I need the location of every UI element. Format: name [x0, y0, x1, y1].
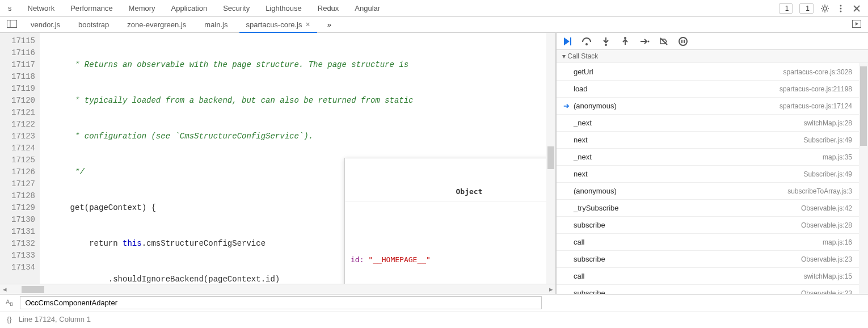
callstack-frame[interactable]: callmap.js:16: [557, 234, 859, 251]
frame-function: (anonymous): [574, 102, 779, 110]
frame-location: Observable.js:42: [801, 204, 852, 212]
search-bar: AB: [0, 294, 868, 311]
frame-location: map.js:35: [823, 153, 852, 161]
panel-tab-security[interactable]: Security: [215, 1, 258, 16]
editor-horizontal-scrollbar[interactable]: ◂ ▸: [0, 284, 555, 294]
sidebar-vertical-scrollbar[interactable]: [859, 63, 868, 294]
current-frame-icon: ➔: [563, 102, 574, 110]
callstack-frame[interactable]: subscribeObservable.js:28: [557, 217, 859, 234]
messages-badge[interactable]: 1: [799, 3, 814, 14]
frame-function: next: [574, 136, 804, 144]
kebab-icon[interactable]: [836, 4, 845, 13]
debugger-toolbar: [557, 33, 868, 50]
gear-icon[interactable]: [820, 4, 829, 13]
step-out-icon[interactable]: [620, 36, 630, 47]
svg-point-2: [840, 5, 842, 6]
deactivate-breakpoints-icon[interactable]: [659, 36, 669, 47]
frame-function: next: [574, 170, 804, 178]
svg-rect-5: [7, 20, 17, 28]
search-input[interactable]: [20, 296, 542, 309]
callstack-frame[interactable]: subscribeObservable.js:23: [557, 285, 859, 294]
code-content[interactable]: * Returns an observable with the page st…: [40, 33, 546, 284]
panel-tab-network[interactable]: Network: [20, 1, 63, 16]
panel-tab-performance[interactable]: Performance: [62, 1, 120, 16]
frame-location: Observable.js:23: [801, 255, 852, 263]
file-tab-spartacus-core[interactable]: spartacus-core.js×: [239, 17, 317, 33]
frame-location: map.js:16: [823, 238, 852, 246]
step-into-icon[interactable]: [601, 36, 611, 47]
frame-function: subscribe: [574, 255, 801, 263]
svg-point-4: [840, 10, 842, 12]
value-tooltip[interactable]: Object id: "__HOMEPAGE__" type: "Content…: [344, 158, 546, 284]
svg-rect-14: [681, 40, 682, 43]
callstack-frame[interactable]: nextSubscriber.js:49: [557, 166, 859, 183]
callstack-frame[interactable]: subscribeObservable.js:23: [557, 251, 859, 268]
svg-rect-8: [570, 37, 571, 45]
callstack-frame[interactable]: ➔(anonymous)spartacus-core.js:17124: [557, 98, 859, 115]
frame-location: subscribeToArray.js:3: [787, 187, 852, 195]
frame-location: switchMap.js:28: [804, 119, 852, 127]
search-mode-icon[interactable]: AB: [6, 298, 13, 307]
frame-location: Observable.js:23: [801, 289, 852, 295]
callstack-frame[interactable]: nextSubscriber.js:49: [557, 132, 859, 149]
close-icon[interactable]: [852, 4, 861, 13]
resume-icon[interactable]: [562, 36, 572, 47]
callstack-frame[interactable]: _trySubscribeObservable.js:42: [557, 200, 859, 217]
panel-tab-angular[interactable]: Angular: [347, 1, 388, 16]
frame-location: spartacus-core.js:3028: [783, 68, 852, 76]
svg-point-3: [840, 7, 842, 9]
line-number-gutter: 1711517116171171711817119171201712117122…: [0, 33, 40, 284]
devtools-top-tabs: s Network Performance Memory Application…: [0, 0, 868, 17]
scroll-right-icon[interactable]: ▸: [546, 285, 555, 293]
frame-location: Subscriber.js:49: [804, 170, 852, 178]
frame-function: _next: [574, 119, 804, 127]
tooltip-key-id: id:: [351, 255, 368, 264]
frame-location: spartacus-core.js:21198: [779, 85, 852, 93]
braces-icon[interactable]: {}: [7, 315, 12, 323]
status-bar: {} Line 17124, Column 1: [0, 311, 868, 327]
svg-rect-15: [684, 40, 685, 43]
toggle-navigator-icon[interactable]: [5, 18, 19, 32]
file-tabs-bar: vendor.js bootstrap zone-evergreen.js ma…: [0, 17, 868, 33]
callstack-frame[interactable]: (anonymous)subscribeToArray.js:3: [557, 183, 859, 200]
warnings-badge[interactable]: 1: [779, 3, 793, 14]
editor-vertical-scrollbar[interactable]: [546, 33, 555, 284]
frame-function: _trySubscribe: [574, 204, 801, 212]
panel-tab-application[interactable]: Application: [163, 1, 216, 16]
callstack-header[interactable]: ▾ Call Stack: [557, 50, 868, 63]
callstack-frame[interactable]: getUrlspartacus-core.js:3028: [557, 64, 859, 81]
pause-exceptions-icon[interactable]: [678, 36, 688, 47]
panel-tab-redux[interactable]: Redux: [310, 1, 347, 16]
callstack-frame[interactable]: _nextmap.js:35: [557, 149, 859, 166]
panel-tab-lighthouse[interactable]: Lighthouse: [258, 1, 310, 16]
close-tab-icon[interactable]: ×: [305, 20, 310, 29]
frame-location: Subscriber.js:49: [804, 136, 852, 144]
svg-point-11: [624, 37, 626, 39]
file-tab-main[interactable]: main.js: [197, 18, 234, 32]
file-tab-bootstrap[interactable]: bootstrap: [71, 18, 116, 32]
callstack-frame[interactable]: loadspartacus-core.js:21198: [557, 81, 859, 98]
tooltip-val-id: "__HOMEPAGE__": [368, 255, 431, 264]
file-tab-zone-evergreen[interactable]: zone-evergreen.js: [120, 18, 193, 32]
callstack-frame[interactable]: _nextswitchMap.js:28: [557, 115, 859, 132]
source-editor: 1711517116171171711817119171201712117122…: [0, 33, 556, 294]
svg-point-12: [648, 40, 650, 42]
frame-location: switchMap.js:15: [804, 272, 852, 280]
frame-function: call: [574, 238, 823, 246]
callstack-list: getUrlspartacus-core.js:3028loadspartacu…: [557, 63, 859, 294]
step-over-icon[interactable]: [582, 36, 592, 47]
run-snippet-icon[interactable]: [850, 18, 863, 32]
more-tabs-icon[interactable]: »: [322, 18, 337, 32]
frame-function: subscribe: [574, 289, 801, 294]
frame-function: getUrl: [574, 68, 783, 76]
frame-function: load: [574, 85, 779, 93]
frame-function: _next: [574, 153, 823, 161]
callstack-frame[interactable]: callswitchMap.js:15: [557, 268, 859, 285]
panel-tab-memory[interactable]: Memory: [121, 1, 163, 16]
step-icon[interactable]: [639, 36, 650, 47]
file-tab-vendor[interactable]: vendor.js: [24, 18, 67, 32]
panel-tab-partial[interactable]: s: [0, 1, 20, 16]
scroll-left-icon[interactable]: ◂: [0, 285, 9, 293]
svg-point-9: [585, 43, 588, 45]
file-tab-label: spartacus-core.js: [246, 20, 302, 29]
